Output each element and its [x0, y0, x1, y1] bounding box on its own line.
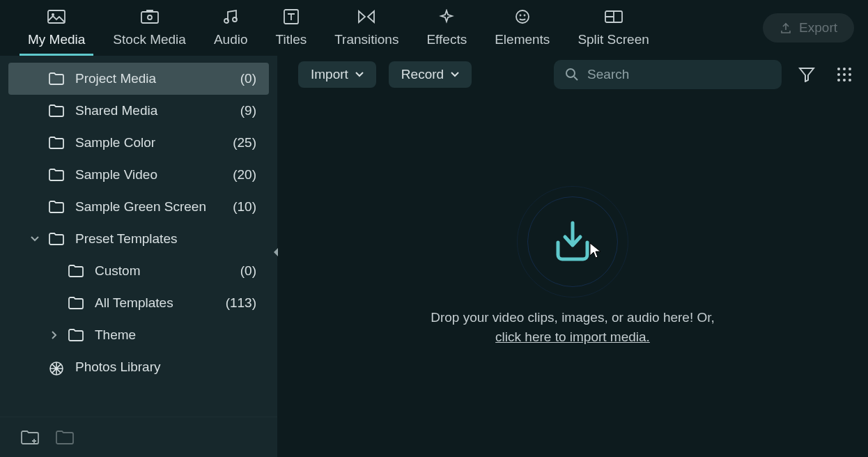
- sidebar-item-label: Sample Green Screen: [75, 199, 222, 215]
- sidebar-footer: [0, 417, 277, 457]
- chevron-right-icon[interactable]: [49, 330, 60, 341]
- search-input-wrap[interactable]: [554, 60, 782, 89]
- content-area: Import Record: [277, 56, 868, 457]
- svg-point-15: [848, 68, 851, 70]
- sidebar-item-label: Theme: [95, 327, 256, 343]
- export-icon: [780, 22, 792, 34]
- sidebar-item-sample-green-screen[interactable]: Sample Green Screen (10): [0, 191, 277, 223]
- folder-icon: [68, 265, 84, 277]
- folder-icon: [68, 329, 84, 341]
- import-media-link[interactable]: click here to import media.: [495, 330, 650, 344]
- tab-audio[interactable]: Audio: [200, 0, 262, 56]
- top-tabs: My Media Stock Media Audio Titles: [0, 0, 868, 56]
- drop-zone-text: Drop your video clips, images, or audio …: [431, 308, 715, 348]
- sidebar-item-label: All Templates: [95, 295, 215, 311]
- svg-point-18: [848, 73, 851, 76]
- cursor-icon: [589, 242, 603, 258]
- tab-label: Transitions: [334, 32, 398, 47]
- sidebar-item-custom[interactable]: Custom (0): [0, 255, 277, 287]
- sparkle-icon: [439, 8, 454, 25]
- music-icon: [223, 8, 238, 25]
- sidebar-item-count: (10): [233, 199, 256, 215]
- split-icon: [605, 8, 623, 25]
- chevron-down-icon[interactable]: [29, 233, 40, 245]
- sidebar-item-label: Shared Media: [75, 103, 229, 118]
- export-button[interactable]: Export: [763, 13, 854, 42]
- grid-view-button[interactable]: [832, 62, 857, 87]
- search-input[interactable]: [587, 67, 770, 82]
- tab-elements[interactable]: Elements: [481, 0, 564, 56]
- sidebar-item-sample-color[interactable]: Sample Color (25): [0, 127, 277, 159]
- svg-point-17: [843, 73, 846, 76]
- record-dropdown[interactable]: Record: [389, 61, 472, 88]
- media-drop-zone[interactable]: Drop your video clips, images, or audio …: [277, 93, 868, 457]
- tab-label: Audio: [214, 32, 248, 47]
- tab-split-screen[interactable]: Split Screen: [564, 0, 662, 56]
- svg-point-1: [52, 13, 54, 16]
- transitions-icon: [357, 8, 375, 25]
- folder-icon: [49, 233, 64, 245]
- svg-point-13: [837, 68, 840, 70]
- svg-point-19: [837, 79, 840, 82]
- sidebar-item-label: Sample Video: [75, 167, 222, 183]
- search-icon: [565, 68, 579, 82]
- tab-label: My Media: [28, 32, 85, 47]
- image-icon: [47, 8, 65, 25]
- export-label: Export: [799, 20, 837, 36]
- svg-rect-0: [48, 10, 65, 23]
- tab-label: Elements: [495, 32, 550, 47]
- svg-point-12: [566, 69, 575, 77]
- tab-my-media[interactable]: My Media: [14, 0, 99, 56]
- svg-point-5: [233, 17, 237, 22]
- svg-point-14: [843, 68, 846, 70]
- sidebar-item-label: Photos Library: [75, 359, 256, 375]
- sidebar-item-photos-library[interactable]: Photos Library: [0, 351, 277, 383]
- svg-point-3: [148, 15, 152, 20]
- folder-icon: [68, 297, 84, 309]
- import-dropdown[interactable]: Import: [298, 61, 376, 88]
- svg-point-20: [843, 79, 846, 82]
- smiley-icon: [515, 8, 530, 25]
- sidebar-item-all-templates[interactable]: All Templates (113): [0, 287, 277, 319]
- sidebar-list: Project Media (0) Shared Media (9) Sampl…: [0, 56, 277, 417]
- tab-label: Split Screen: [578, 32, 649, 47]
- folder-icon: [49, 137, 64, 149]
- import-label: Import: [311, 67, 348, 82]
- chevron-down-icon: [355, 72, 364, 77]
- text-icon: [284, 8, 299, 25]
- filter-button[interactable]: [794, 62, 819, 87]
- delete-folder-button[interactable]: [56, 430, 74, 445]
- sidebar-item-label: Custom: [95, 263, 229, 279]
- folder-icon: [49, 201, 64, 213]
- tab-effects[interactable]: Effects: [412, 0, 481, 56]
- tab-label: Effects: [426, 32, 467, 47]
- sidebar-item-label: Sample Color: [75, 135, 222, 150]
- import-icon: [534, 203, 611, 280]
- sidebar-item-count: (20): [233, 167, 256, 183]
- sidebar-item-shared-media[interactable]: Shared Media (9): [0, 95, 277, 127]
- svg-point-8: [520, 15, 520, 16]
- sidebar-item-count: (0): [240, 263, 256, 279]
- svg-point-9: [524, 15, 525, 16]
- svg-rect-2: [141, 12, 158, 23]
- tab-transitions[interactable]: Transitions: [320, 0, 412, 56]
- sidebar-item-theme[interactable]: Theme: [0, 319, 277, 351]
- tab-titles[interactable]: Titles: [262, 0, 321, 56]
- chevron-down-icon: [451, 72, 459, 77]
- svg-point-16: [837, 73, 840, 76]
- sidebar-item-count: (113): [226, 295, 256, 311]
- sidebar-item-count: (25): [233, 135, 256, 150]
- new-folder-button[interactable]: [21, 430, 39, 445]
- drop-zone-line: Drop your video clips, images, or audio …: [431, 308, 715, 328]
- svg-point-7: [516, 10, 529, 23]
- tab-stock-media[interactable]: Stock Media: [99, 0, 200, 56]
- cloud-stock-icon: [141, 8, 159, 25]
- folder-icon: [49, 169, 64, 181]
- sidebar-item-count: (0): [240, 71, 256, 86]
- collapse-sidebar-handle[interactable]: [272, 247, 280, 258]
- sidebar-item-preset-templates[interactable]: Preset Templates: [0, 223, 277, 255]
- svg-point-21: [848, 79, 851, 82]
- sidebar-item-sample-video[interactable]: Sample Video (20): [0, 159, 277, 191]
- content-toolbar: Import Record: [277, 56, 868, 93]
- sidebar-item-project-media[interactable]: Project Media (0): [8, 63, 269, 95]
